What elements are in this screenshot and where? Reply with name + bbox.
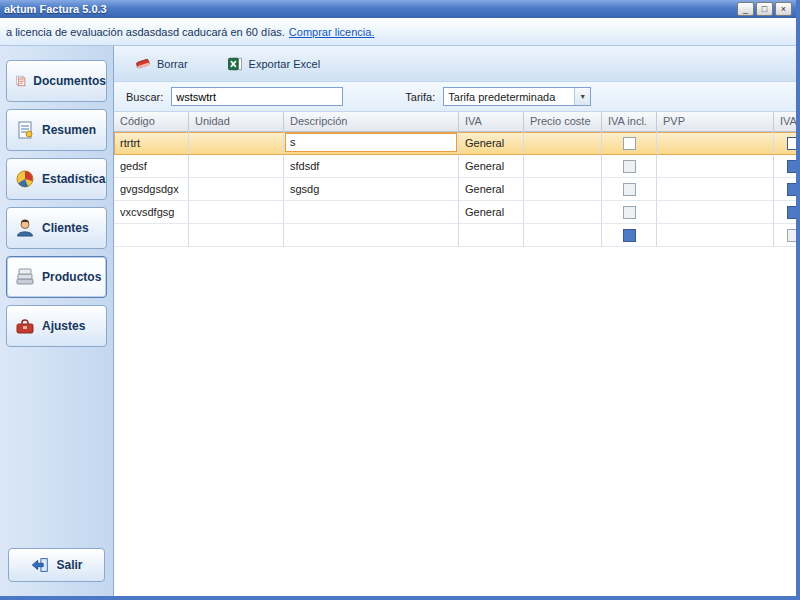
cell-descripcion: s: [284, 132, 459, 155]
filter-row: Buscar: Tarifa: Tarifa predeterminada ▼: [114, 82, 796, 112]
column-header-codigo[interactable]: Código: [114, 112, 189, 131]
tariff-selected-value: Tarifa predeterminada: [444, 91, 574, 103]
column-header-iva-incl[interactable]: IVA incl.: [602, 112, 657, 131]
table-row[interactable]: [114, 224, 796, 247]
iva-incl-checkbox[interactable]: [623, 160, 636, 173]
cell-codigo: gedsf: [114, 155, 189, 178]
cell-unidad: [189, 224, 284, 247]
sidebar-item-label: Resumen: [42, 123, 96, 137]
excel-icon: [226, 55, 244, 73]
cell-descripcion: sfdsdf: [284, 155, 459, 178]
iva-incl-checkbox[interactable]: [623, 229, 636, 242]
cell-codigo: [114, 224, 189, 247]
column-header-precio-coste[interactable]: Precio coste: [524, 112, 602, 131]
license-bar: a licencia de evaluación asdasdasd caduc…: [0, 18, 796, 46]
export-excel-button-label: Exportar Excel: [249, 58, 321, 70]
window-controls: _ □ ×: [737, 2, 792, 16]
sidebar-item-label: Ajustes: [42, 319, 85, 333]
titlebar[interactable]: aktum Factura 5.0.3 _ □ ×: [0, 0, 796, 18]
exit-button-label: Salir: [56, 558, 82, 572]
summary-icon: [14, 119, 36, 141]
cell-codigo: rtrtrt: [114, 132, 189, 155]
iva-i-checkbox[interactable]: [787, 137, 796, 150]
exit-icon: [30, 555, 50, 575]
iva-incl-checkbox[interactable]: [623, 183, 636, 196]
cell-unidad: [189, 201, 284, 224]
export-excel-button[interactable]: Exportar Excel: [220, 52, 327, 76]
cell-precio-coste: [524, 155, 602, 178]
cell-iva: General: [459, 132, 524, 155]
sidebar-item-productos[interactable]: Productos: [6, 256, 107, 298]
tariff-select[interactable]: Tarifa predeterminada ▼: [443, 87, 591, 106]
sidebar-item-label: Productos: [42, 270, 101, 284]
delete-button-label: Borrar: [157, 58, 188, 70]
column-header-descripcion[interactable]: Descripción: [284, 112, 459, 131]
search-input[interactable]: [171, 87, 343, 106]
tariff-label: Tarifa:: [405, 91, 435, 103]
iva-i-checkbox[interactable]: [787, 160, 796, 173]
clients-icon: [14, 217, 36, 239]
column-header-pvp[interactable]: PVP: [657, 112, 774, 131]
table-row[interactable]: rtrtrt s General: [114, 132, 796, 155]
sidebar-item-label: Estadística: [42, 172, 105, 186]
minimize-button[interactable]: _: [737, 2, 754, 16]
sidebar-item-resumen[interactable]: Resumen: [6, 109, 107, 151]
cell-precio-coste: [524, 201, 602, 224]
table-row[interactable]: vxcvsdfgsg General: [114, 201, 796, 224]
cell-descripcion: sgsdg: [284, 178, 459, 201]
sidebar-item-label: Documentos: [33, 74, 106, 88]
table-row[interactable]: gvgsdgsdgx sgsdg General: [114, 178, 796, 201]
cell-codigo: gvgsdgsdgx: [114, 178, 189, 201]
cell-iva: [459, 224, 524, 247]
settings-icon: [14, 315, 36, 337]
cell-iva: General: [459, 155, 524, 178]
sidebar-item-ajustes[interactable]: Ajustes: [6, 305, 107, 347]
sidebar-item-label: Clientes: [42, 221, 89, 235]
maximize-button[interactable]: □: [756, 2, 773, 16]
sidebar-item-clientes[interactable]: Clientes: [6, 207, 107, 249]
cell-pvp: [657, 201, 774, 224]
cell-pvp: [657, 224, 774, 247]
exit-button[interactable]: Salir: [8, 548, 105, 582]
cell-unidad: [189, 178, 284, 201]
cell-pvp: [657, 155, 774, 178]
cell-precio-coste: [524, 224, 602, 247]
cell-pvp: [657, 132, 774, 155]
column-header-iva[interactable]: IVA: [459, 112, 524, 131]
products-toolbar: Borrar Exportar Excel: [114, 46, 796, 82]
buy-license-link[interactable]: Comprar licencia.: [289, 26, 375, 38]
table-header: Código Unidad Descripción IVA Precio cos…: [114, 112, 796, 132]
statistics-icon: [14, 168, 36, 190]
column-header-unidad[interactable]: Unidad: [189, 112, 284, 131]
cell-iva: General: [459, 201, 524, 224]
iva-i-checkbox[interactable]: [787, 183, 796, 196]
close-button[interactable]: ×: [775, 2, 792, 16]
iva-i-checkbox[interactable]: [787, 206, 796, 219]
iva-i-checkbox[interactable]: [787, 229, 796, 242]
license-text: a licencia de evaluación asdasdasd caduc…: [6, 26, 285, 38]
cell-unidad: [189, 132, 284, 155]
app-window: aktum Factura 5.0.3 _ □ × a licencia de …: [0, 0, 800, 600]
cell-precio-coste: [524, 178, 602, 201]
iva-incl-checkbox[interactable]: [623, 137, 636, 150]
window-title: aktum Factura 5.0.3: [4, 3, 737, 15]
delete-button[interactable]: Borrar: [128, 52, 194, 76]
table-row[interactable]: gedsf sfdsdf General: [114, 155, 796, 178]
products-icon: [14, 266, 36, 288]
delete-icon: [134, 55, 152, 73]
sidebar-item-documentos[interactable]: Documentos: [6, 60, 107, 102]
cell-unidad: [189, 155, 284, 178]
cell-descripcion: [284, 201, 459, 224]
iva-incl-checkbox[interactable]: [623, 206, 636, 219]
column-header-iva-i[interactable]: IVA i: [774, 112, 796, 131]
sidebar-item-estadistica[interactable]: Estadística: [6, 158, 107, 200]
inline-cell-editor[interactable]: s: [285, 133, 457, 152]
cell-precio-coste: [524, 132, 602, 155]
cell-pvp: [657, 178, 774, 201]
main-panel: Borrar Exportar Excel Buscar: Tarifa:: [114, 46, 796, 596]
products-table: Código Unidad Descripción IVA Precio cos…: [114, 112, 796, 247]
cell-descripcion: [284, 224, 459, 247]
search-label: Buscar:: [126, 91, 163, 103]
cell-codigo: vxcvsdfgsg: [114, 201, 189, 224]
chevron-down-icon[interactable]: ▼: [574, 88, 590, 105]
